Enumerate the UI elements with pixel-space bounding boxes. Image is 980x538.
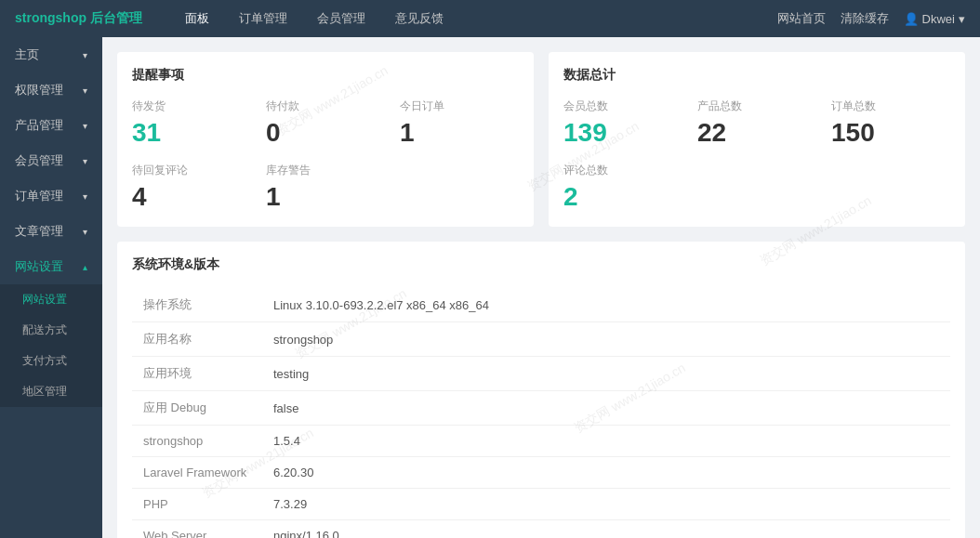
remind-stats-grid: 待发货 31 待付款 0 今日订单 1 待回复评论 xyxy=(132,98,519,212)
data-stats-row2: 评论总数 2 xyxy=(563,163,950,212)
stat-label-total-members: 会员总数 xyxy=(563,98,682,114)
system-row-key: strongshop xyxy=(132,426,262,457)
system-row-key: 应用环境 xyxy=(132,357,262,391)
system-row-value: 6.20.30 xyxy=(262,457,950,489)
stat-value-pending-reply: 4 xyxy=(132,182,251,212)
stat-label-today-orders: 今日订单 xyxy=(400,98,519,114)
sidebar-item-articles[interactable]: 文章管理 ▾ xyxy=(0,214,102,249)
system-row-key: 应用名称 xyxy=(132,322,262,357)
system-row-key: Web Server xyxy=(132,520,262,539)
sidebar-label-site-settings: 网站设置 xyxy=(15,258,63,275)
stat-stock-warning: 库存警告 1 xyxy=(266,163,385,212)
remind-card: 提醒事项 待发货 31 待付款 0 今日订单 1 xyxy=(117,52,534,227)
sidebar-label-products: 产品管理 xyxy=(15,117,63,134)
stat-pending-ship: 待发货 31 xyxy=(132,98,251,148)
stat-value-today-orders: 1 xyxy=(400,118,519,148)
stat-value-pending-pay: 0 xyxy=(266,118,385,148)
sidebar-sub-item-shipping[interactable]: 配送方式 xyxy=(0,315,102,346)
stat-total-members: 会员总数 139 xyxy=(563,98,682,148)
stat-total-products: 产品总数 22 xyxy=(697,98,816,148)
sidebar-label-members: 会员管理 xyxy=(15,152,63,169)
username: Dkwei xyxy=(922,12,955,26)
system-table-row: 应用环境testing xyxy=(132,357,950,391)
chevron-icon-members: ▾ xyxy=(83,156,87,166)
nav-item-members[interactable]: 会员管理 xyxy=(302,0,380,37)
top-nav-right: 网站首页 清除缓存 👤 Dkwei ▾ xyxy=(777,10,965,27)
stat-pending-reply: 待回复评论 4 xyxy=(132,163,251,212)
stat-label-pending-reply: 待回复评论 xyxy=(132,163,251,178)
system-row-key: Laravel Framework xyxy=(132,457,262,489)
sidebar-sub-item-payment[interactable]: 支付方式 xyxy=(0,346,102,376)
system-table-row: Web Servernginx/1.16.0 xyxy=(132,520,950,539)
stat-total-orders: 订单总数 150 xyxy=(831,98,950,148)
chevron-icon-articles: ▾ xyxy=(83,227,87,237)
user-menu[interactable]: 👤 Dkwei ▾ xyxy=(904,12,965,26)
system-row-value: strongshop xyxy=(262,322,950,357)
sidebar-item-home[interactable]: 主页 ▾ xyxy=(0,37,102,72)
nav-item-orders[interactable]: 订单管理 xyxy=(224,0,302,37)
layout: 主页 ▾ 权限管理 ▾ 产品管理 ▾ 会员管理 ▾ 订单管理 ▾ 文章管理 ▾ … xyxy=(0,37,980,538)
system-card: 系统环境&版本 操作系统Linux 3.10.0-693.2.2.el7 x86… xyxy=(117,242,965,538)
stat-value-stock-warning: 1 xyxy=(266,182,385,212)
system-row-value: Linux 3.10.0-693.2.2.el7 x86_64 x86_64 xyxy=(262,288,950,322)
sidebar-sub-item-regions[interactable]: 地区管理 xyxy=(0,376,102,407)
stat-label-pending-ship: 待发货 xyxy=(132,98,251,114)
stat-value-total-reviews: 2 xyxy=(563,182,687,212)
system-row-value: false xyxy=(262,391,950,426)
nav-item-dashboard[interactable]: 面板 xyxy=(170,0,224,37)
data-card: 数据总计 会员总数 139 产品总数 22 订单总数 150 xyxy=(549,52,965,227)
system-card-title: 系统环境&版本 xyxy=(132,256,950,273)
system-row-key: 应用 Debug xyxy=(132,391,262,426)
stat-label-total-reviews: 评论总数 xyxy=(563,163,687,178)
stat-today-orders: 今日订单 1 xyxy=(400,98,519,148)
system-table-row: Laravel Framework6.20.30 xyxy=(132,457,950,489)
sidebar-item-members[interactable]: 会员管理 ▾ xyxy=(0,143,102,178)
chevron-icon-site-settings: ▴ xyxy=(83,262,87,272)
sidebar-item-permissions[interactable]: 权限管理 ▾ xyxy=(0,72,102,108)
nav-item-feedback[interactable]: 意见反馈 xyxy=(380,0,458,37)
sidebar-label-permissions: 权限管理 xyxy=(15,82,63,98)
stat-label-total-orders: 订单总数 xyxy=(831,98,950,114)
system-row-value: 1.5.4 xyxy=(262,426,950,457)
sidebar-item-orders[interactable]: 订单管理 ▾ xyxy=(0,178,102,214)
brand-logo: strongshop 后台管理 xyxy=(15,10,142,27)
main-wrapper: 提醒事项 待发货 31 待付款 0 今日订单 1 xyxy=(102,37,980,538)
top-nav-menu: 面板 订单管理 会员管理 意见反馈 xyxy=(170,0,777,37)
chevron-icon-home: ▾ xyxy=(83,50,87,60)
website-home-link[interactable]: 网站首页 xyxy=(777,10,826,27)
user-icon: 👤 xyxy=(904,12,919,26)
sidebar-item-products[interactable]: 产品管理 ▾ xyxy=(0,108,102,143)
chevron-icon-permissions: ▾ xyxy=(83,85,87,96)
system-table-row: strongshop1.5.4 xyxy=(132,426,950,457)
system-row-value: nginx/1.16.0 xyxy=(262,520,950,539)
chevron-icon-orders: ▾ xyxy=(83,191,87,202)
stat-value-pending-ship: 31 xyxy=(132,118,251,148)
system-row-value: testing xyxy=(262,357,950,391)
sidebar-label-orders: 订单管理 xyxy=(15,188,63,204)
data-card-title: 数据总计 xyxy=(563,67,950,84)
stat-total-reviews: 评论总数 2 xyxy=(563,163,687,212)
remind-card-title: 提醒事项 xyxy=(132,67,519,84)
system-table-row: 操作系统Linux 3.10.0-693.2.2.el7 x86_64 x86_… xyxy=(132,288,950,322)
stat-label-pending-pay: 待付款 xyxy=(266,98,385,114)
system-table: 操作系统Linux 3.10.0-693.2.2.el7 x86_64 x86_… xyxy=(132,288,950,538)
sidebar-sub-item-website-settings[interactable]: 网站设置 xyxy=(0,284,102,315)
top-nav: strongshop 后台管理 面板 订单管理 会员管理 意见反馈 网站首页 清… xyxy=(0,0,980,37)
stat-value-total-orders: 150 xyxy=(831,118,950,148)
sidebar: 主页 ▾ 权限管理 ▾ 产品管理 ▾ 会员管理 ▾ 订单管理 ▾ 文章管理 ▾ … xyxy=(0,37,102,538)
stat-pending-pay: 待付款 0 xyxy=(266,98,385,148)
sidebar-label-home: 主页 xyxy=(15,46,39,63)
sidebar-item-site-settings[interactable]: 网站设置 ▴ xyxy=(0,249,102,284)
system-row-key: PHP xyxy=(132,489,262,520)
clear-cache-link[interactable]: 清除缓存 xyxy=(841,10,889,27)
data-stats-grid: 会员总数 139 产品总数 22 订单总数 150 xyxy=(563,98,950,148)
system-table-row: 应用名称strongshop xyxy=(132,322,950,357)
system-table-row: 应用 Debugfalse xyxy=(132,391,950,426)
stat-label-stock-warning: 库存警告 xyxy=(266,163,385,178)
system-row-value: 7.3.29 xyxy=(262,489,950,520)
main-content: 提醒事项 待发货 31 待付款 0 今日订单 1 xyxy=(102,37,980,538)
system-row-key: 操作系统 xyxy=(132,288,262,322)
system-table-row: PHP7.3.29 xyxy=(132,489,950,520)
stat-value-total-members: 139 xyxy=(563,118,682,148)
top-cards-row: 提醒事项 待发货 31 待付款 0 今日订单 1 xyxy=(117,52,965,227)
